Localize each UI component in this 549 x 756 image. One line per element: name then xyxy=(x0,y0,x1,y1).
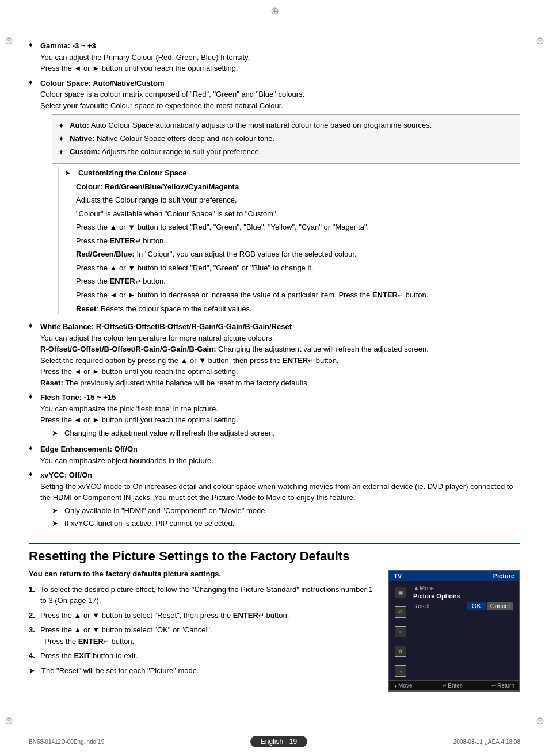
subbox-native: ♦ Native: Native Colour Space offers dee… xyxy=(59,133,513,145)
resetting-note: You can return to the factory defaults p… xyxy=(29,570,376,578)
resetting-body: You can return to the factory defaults p… xyxy=(29,570,520,692)
subbox-diamond-icon: ♦ xyxy=(59,120,67,132)
bullet-xvycc: ♦ xvYCC: Off/On Setting the xvYCC mode t… xyxy=(29,469,520,531)
flesh-tone-line2: Press the ◄ or ► button until you reach … xyxy=(40,415,238,424)
resetting-text: You can return to the factory defaults p… xyxy=(29,570,376,692)
bullet-diamond-icon2: ♦ xyxy=(29,78,38,318)
step2-text: Press the ▲ or ▼ button to select "Reset… xyxy=(40,610,376,621)
resetting-title: Resetting the Picture Settings to the Fa… xyxy=(29,549,520,564)
customizing-para6: Press the ▲ or ▼ button to select "Red",… xyxy=(76,262,520,274)
main-content: ♦ Gamma: -3 ~ +3 You can adjust the Prim… xyxy=(29,17,520,692)
xvycc-note1: ➤ Only available in "HDMI" and "Componen… xyxy=(52,505,520,517)
xvycc-note2: ➤ If xvYCC function is active, PIP canno… xyxy=(52,518,520,529)
step-4: 4. Press the EXIT button to exit. xyxy=(29,650,376,662)
customizing-para5: Red/Green/Blue: In "Colour", you can adj… xyxy=(76,249,520,260)
tv-header-left: TV xyxy=(394,572,402,579)
page: ⊕ ⊕ ⊕ ⊕ ⊕ ♦ Gamma: -3 ~ +3 You can adjus… xyxy=(0,0,549,756)
step2-num: 2. xyxy=(29,610,40,621)
lang-badge: English - 19 xyxy=(250,736,307,747)
tv-footer-move: ⬧ Move xyxy=(394,682,412,689)
crosshair-top-icon: ⊕ xyxy=(270,5,279,17)
flesh-tone-line1: You can emphasize the pink 'flesh tone' … xyxy=(40,404,218,413)
tv-footer-return: ↩ Return xyxy=(491,682,514,689)
bullet-diamond-icon4: ♦ xyxy=(29,392,38,440)
xvycc-content: xvYCC: Off/On Setting the xvYCC mode to … xyxy=(40,469,520,531)
xvycc-note2-text: If xvYCC function is active, PIP cannot … xyxy=(64,518,234,529)
bullet-diamond-icon3: ♦ xyxy=(29,321,38,388)
steps-list: 1. To select the desired picture effect,… xyxy=(29,584,376,662)
customizing-para8: Press the ◄ or ► button to decrease or i… xyxy=(76,289,520,301)
enter-label: Enter xyxy=(448,682,462,689)
tv-cancel-label: Cancel xyxy=(487,602,513,610)
white-balance-bold: R-Offset/G-Offset/B-Offset/R-Gain/G-Gain… xyxy=(40,345,429,353)
tv-ok-label: OK xyxy=(467,602,486,610)
subbox-auto: ♦ Auto: Auto Colour Space automatically … xyxy=(59,120,513,132)
subbox-diamond-icon3: ♦ xyxy=(59,146,67,158)
xvycc-line1: Setting the xvYCC mode to On increases d… xyxy=(40,482,513,502)
step1-num: 1. xyxy=(29,584,40,606)
move-icon: ⬧ xyxy=(394,682,397,689)
bottom-bar: BN68-01412D-00Eng.indd 19 English - 19 2… xyxy=(0,736,549,747)
white-balance-reset: Reset: The previously adjusted white bal… xyxy=(40,379,309,387)
enter-icon: ↵ xyxy=(442,682,447,689)
colour-space-content: Colour Space: Auto/Native/Custom Colour … xyxy=(40,78,520,318)
edge-enhancement-content: Edge Enhancement: Off/On You can emphasi… xyxy=(40,444,520,466)
tv-icon-input: ⬦ xyxy=(395,665,406,677)
xvycc-title: xvYCC: Off/On xyxy=(40,471,92,479)
edge-enhancement-line1: You can emphasize object boundaries in t… xyxy=(40,456,214,465)
tv-reset-label: Reset xyxy=(413,602,463,609)
step1-text: To select the desired picture effect, fo… xyxy=(40,584,376,606)
final-note: ➤ The "Reset" will be set for each "Pict… xyxy=(29,665,376,677)
tv-picture-options: Picture Options xyxy=(413,593,513,600)
customizing-para4: Press the ENTER↵ button. xyxy=(76,235,520,247)
bullet-edge-enhancement: ♦ Edge Enhancement: Off/On You can empha… xyxy=(29,444,520,466)
tv-icon-channel: ☆ xyxy=(395,626,406,637)
tv-icon-sound: ◎ xyxy=(395,606,406,618)
tv-icon-display: ▣ xyxy=(395,587,406,598)
gamma-content: Gamma: -3 ~ +3 You can adjust the Primar… xyxy=(40,40,520,74)
tv-reset-row: Reset : OK Cancel xyxy=(413,602,513,610)
bullet-diamond-icon6: ♦ xyxy=(29,469,38,531)
crosshair-bottom-right-icon: ⊕ xyxy=(536,715,544,727)
note-arrow-icon3: ➤ xyxy=(52,518,64,529)
bullet-white-balance: ♦ White Balance: R-Offset/G-Offset/B-Off… xyxy=(29,321,520,388)
customizing-title: Customizing the Colour Space xyxy=(78,167,187,179)
step-2: 2. Press the ▲ or ▼ button to select "Re… xyxy=(29,610,376,621)
return-label: Return xyxy=(497,682,514,689)
bottom-right-text: 2008-03-11 ¿ÀÈÄ 4:18:08 xyxy=(453,739,520,745)
step4-text: Press the EXIT button to exit. xyxy=(40,650,376,662)
tv-screen: TV Picture ▣ ◎ ☆ ✿ ⬦ xyxy=(388,570,520,692)
white-balance-line1: You can adjust the colour temperature fo… xyxy=(40,334,274,342)
colour-space-line2: Select your favourite Colour space to ex… xyxy=(40,101,283,110)
gamma-line1: You can adjust the Primary Colour (Red, … xyxy=(40,53,250,62)
edge-enhancement-title: Edge Enhancement: Off/On xyxy=(40,445,138,453)
subbox-auto-text: Auto: Auto Colour Space automatically ad… xyxy=(70,120,432,132)
tv-header-right: Picture xyxy=(493,572,514,579)
customizing-para2: "Colour" is available when "Colour Space… xyxy=(76,208,520,220)
colour-space-subbox: ♦ Auto: Auto Colour Space automatically … xyxy=(52,114,520,164)
note-arrow-icon: ➤ xyxy=(52,427,64,439)
flesh-tone-title: Flesh Tone: -15 ~ +15 xyxy=(40,393,116,402)
step3-num: 3. xyxy=(29,624,40,647)
subbox-custom-text: Custom: Adjusts the colour range to suit… xyxy=(70,146,261,158)
bullet-diamond-icon: ♦ xyxy=(29,40,38,74)
customizing-para9: Reset: Resets the colour space to the de… xyxy=(76,303,520,315)
section-divider xyxy=(29,543,520,544)
gamma-line2: Press the ◄ or ► button until you reach … xyxy=(40,64,238,72)
tv-more: ▲More xyxy=(413,585,513,591)
step3-text: Press the ▲ or ▼ button to select "OK" o… xyxy=(40,624,376,647)
white-balance-content: White Balance: R-Offset/G-Offset/B-Offse… xyxy=(40,321,520,388)
colour-space-line1: Colour space is a colour matrix composed… xyxy=(40,90,304,98)
tv-footer: ⬧ Move ↵ Enter ↩ Return xyxy=(389,680,519,690)
crosshair-right-icon: ⊕ xyxy=(536,35,544,47)
bullet-diamond-icon5: ♦ xyxy=(29,444,38,466)
move-label: Move xyxy=(398,682,412,689)
tv-header: TV Picture xyxy=(389,571,519,581)
note-arrow-icon2: ➤ xyxy=(52,505,64,517)
final-note-text: The "Reset" will be set for each "Pictur… xyxy=(41,665,199,677)
crosshair-left-icon: ⊕ xyxy=(5,35,13,47)
step-3: 3. Press the ▲ or ▼ button to select "OK… xyxy=(29,624,376,647)
bottom-left-text: BN68-01412D-00Eng.indd 19 xyxy=(29,739,104,745)
bullet-colour-space: ♦ Colour Space: Auto/Native/Custom Colou… xyxy=(29,78,520,318)
arrow-icon: ➤ xyxy=(64,167,76,179)
